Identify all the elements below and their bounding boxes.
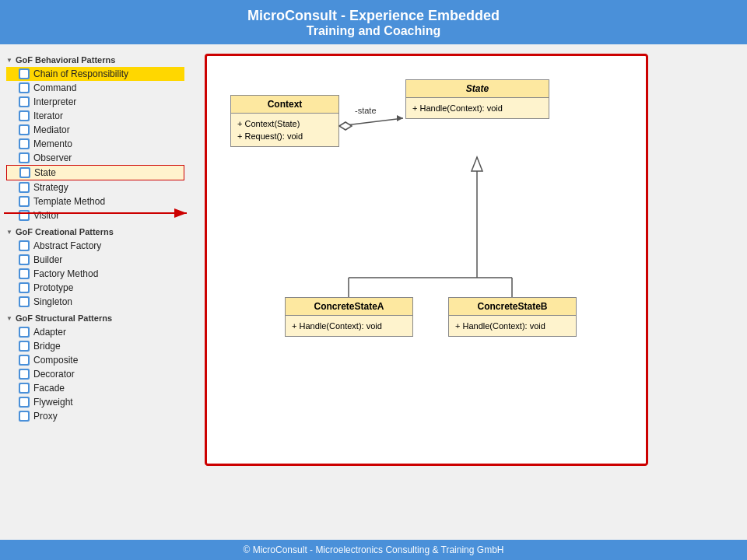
iterator-label: Iterator bbox=[33, 110, 63, 121]
behavioral-section-header[interactable]: GoF Behavioral Patterns bbox=[6, 55, 184, 65]
sidebar-item-state[interactable]: State bbox=[6, 165, 184, 180]
sidebar-item-builder[interactable]: Builder bbox=[6, 253, 184, 267]
iterator-icon bbox=[19, 110, 30, 121]
sidebar-item-prototype[interactable]: Prototype bbox=[6, 281, 184, 295]
state-method: + Handle(Context): void bbox=[412, 102, 542, 114]
sidebar-item-iterator[interactable]: Iterator bbox=[6, 109, 184, 123]
state-body: + Handle(Context): void bbox=[406, 98, 549, 118]
composite-icon bbox=[19, 355, 30, 366]
sidebar-item-interpreter[interactable]: Interpreter bbox=[6, 95, 184, 109]
diagram-area: Context + Context(State) + Request(): vo… bbox=[191, 47, 747, 535]
concb-body: + Handle(Context): void bbox=[449, 316, 576, 336]
adapter-label: Adapter bbox=[33, 327, 66, 338]
strategy-icon bbox=[19, 182, 30, 193]
state-label-sidebar: State bbox=[34, 167, 56, 178]
conca-body: + Handle(Context): void bbox=[286, 316, 412, 336]
bridge-label: Bridge bbox=[33, 341, 61, 352]
chain-icon bbox=[19, 68, 30, 79]
proxy-label: Proxy bbox=[33, 411, 58, 422]
structural-section-header[interactable]: GoF Structural Patterns bbox=[6, 313, 184, 323]
sidebar-item-proxy[interactable]: Proxy bbox=[6, 409, 184, 423]
chain-label: Chain of Responsibility bbox=[33, 68, 128, 79]
singleton-label: Singleton bbox=[33, 296, 72, 307]
sidebar-item-visitor[interactable]: Visitor bbox=[6, 208, 184, 222]
sidebar-item-adapter[interactable]: Adapter bbox=[6, 325, 184, 339]
sidebar-item-mediator[interactable]: Mediator bbox=[6, 123, 184, 137]
flyweight-icon bbox=[19, 397, 30, 408]
template-method-icon bbox=[19, 196, 30, 207]
facade-label: Facade bbox=[33, 383, 65, 394]
decorator-label: Decorator bbox=[33, 369, 75, 380]
conca-method: + Handle(Context): void bbox=[292, 320, 406, 332]
flyweight-label: Flyweight bbox=[33, 397, 73, 408]
state-icon bbox=[19, 167, 30, 178]
sidebar-item-facade[interactable]: Facade bbox=[6, 381, 184, 395]
footer-text: © MicroConsult - Microelectronics Consul… bbox=[244, 544, 504, 555]
builder-icon bbox=[19, 254, 30, 265]
svg-marker-1 bbox=[339, 122, 352, 130]
header-title1: MicroConsult - Experience Embedded bbox=[0, 8, 747, 24]
sidebar-item-memento[interactable]: Memento bbox=[6, 137, 184, 151]
visitor-label: Visitor bbox=[33, 210, 59, 221]
svg-marker-9 bbox=[472, 157, 482, 171]
mediator-icon bbox=[19, 124, 30, 135]
sidebar-item-composite[interactable]: Composite bbox=[6, 353, 184, 367]
sidebar-item-abstract-factory[interactable]: Abstract Factory bbox=[6, 239, 184, 253]
bridge-icon bbox=[19, 341, 30, 352]
memento-label: Memento bbox=[33, 138, 72, 149]
memento-icon bbox=[19, 138, 30, 149]
context-body: + Context(State) + Request(): void bbox=[231, 114, 338, 146]
diagram-container: Context + Context(State) + Request(): vo… bbox=[205, 54, 648, 466]
header: MicroConsult - Experience Embedded Train… bbox=[0, 0, 747, 44]
main-content: GoF Behavioral Patterns Chain of Respons… bbox=[0, 47, 747, 535]
svg-text:-state: -state bbox=[355, 106, 377, 115]
strategy-label: Strategy bbox=[33, 182, 68, 193]
builder-label: Builder bbox=[33, 254, 62, 265]
conca-title: ConcreteStateA bbox=[286, 298, 412, 316]
creational-section-header[interactable]: GoF Creational Patterns bbox=[6, 227, 184, 236]
sidebar-item-flyweight[interactable]: Flyweight bbox=[6, 395, 184, 409]
template-method-label: Template Method bbox=[33, 196, 105, 207]
concb-method: + Handle(Context): void bbox=[455, 320, 570, 332]
abstract-factory-label: Abstract Factory bbox=[33, 240, 101, 251]
decorator-icon bbox=[19, 369, 30, 380]
factory-method-icon bbox=[19, 268, 30, 279]
sidebar-item-bridge[interactable]: Bridge bbox=[6, 339, 184, 353]
header-title2: Training and Coaching bbox=[0, 24, 747, 38]
command-icon bbox=[19, 82, 30, 93]
sidebar-item-singleton[interactable]: Singleton bbox=[6, 295, 184, 309]
interpreter-label: Interpreter bbox=[33, 96, 76, 107]
sidebar: GoF Behavioral Patterns Chain of Respons… bbox=[0, 47, 191, 535]
prototype-icon bbox=[19, 282, 30, 293]
factory-method-label: Factory Method bbox=[33, 268, 98, 279]
concb-title: ConcreteStateB bbox=[449, 298, 576, 316]
proxy-icon bbox=[19, 411, 30, 422]
concretestatea-box: ConcreteStateA + Handle(Context): void bbox=[285, 297, 413, 337]
context-method2: + Request(): void bbox=[237, 130, 332, 142]
composite-label: Composite bbox=[33, 355, 78, 366]
context-title: Context bbox=[231, 96, 338, 114]
svg-marker-2 bbox=[397, 115, 403, 121]
sidebar-item-factory-method[interactable]: Factory Method bbox=[6, 267, 184, 281]
prototype-label: Prototype bbox=[33, 282, 73, 293]
context-method1: + Context(State) bbox=[237, 117, 332, 130]
visitor-icon bbox=[19, 210, 30, 221]
state-title: State bbox=[406, 80, 549, 98]
sidebar-item-observer[interactable]: Observer bbox=[6, 151, 184, 165]
sidebar-item-template-method[interactable]: Template Method bbox=[6, 194, 184, 208]
adapter-icon bbox=[19, 327, 30, 338]
footer: © MicroConsult - Microelectronics Consul… bbox=[0, 540, 747, 560]
command-label: Command bbox=[33, 82, 76, 93]
mediator-label: Mediator bbox=[33, 124, 70, 135]
sidebar-item-decorator[interactable]: Decorator bbox=[6, 367, 184, 381]
singleton-icon bbox=[19, 296, 30, 307]
observer-label: Observer bbox=[33, 152, 72, 163]
facade-icon bbox=[19, 383, 30, 394]
sidebar-item-chain-of-responsibility[interactable]: Chain of Responsibility bbox=[6, 67, 184, 81]
interpreter-icon bbox=[19, 96, 30, 107]
svg-line-0 bbox=[339, 118, 403, 126]
sidebar-item-strategy[interactable]: Strategy bbox=[6, 180, 184, 194]
state-box: State + Handle(Context): void bbox=[405, 79, 549, 119]
sidebar-item-command[interactable]: Command bbox=[6, 81, 184, 95]
abstract-factory-icon bbox=[19, 240, 30, 251]
